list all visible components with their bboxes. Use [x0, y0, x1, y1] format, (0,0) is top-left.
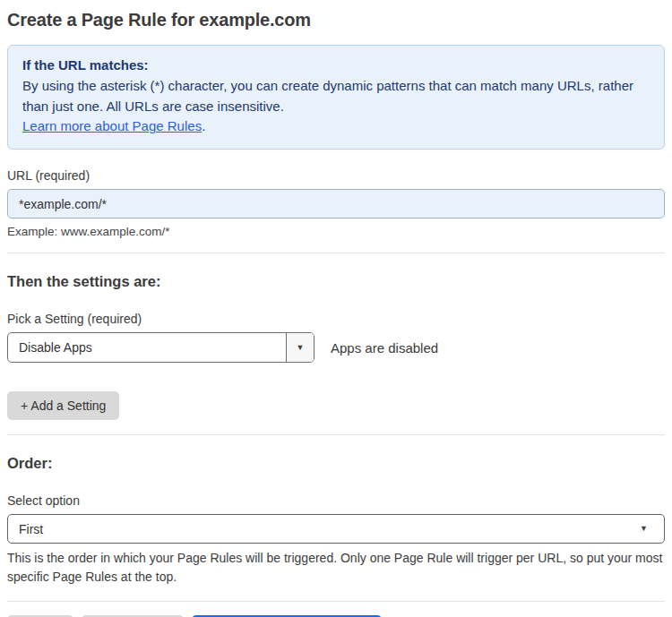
setting-row: Disable Apps ▼ Apps are disabled — [7, 332, 665, 363]
url-helper-text: Example: www.example.com/* — [7, 225, 665, 238]
chevron-down-icon: ▼ — [297, 344, 305, 352]
divider — [7, 601, 665, 602]
info-box-heading: If the URL matches: — [22, 56, 650, 76]
url-label: URL (required) — [7, 168, 665, 183]
link-period-text: . — [202, 118, 205, 133]
page-title: Create a Page Rule for example.com — [7, 10, 665, 30]
info-link-line: Learn more about Page Rules. — [22, 116, 650, 137]
divider — [7, 434, 665, 435]
setting-dropdown[interactable]: Disable Apps ▼ — [7, 332, 314, 363]
add-setting-button[interactable]: + Add a Setting — [7, 391, 119, 420]
select-option-label: Select option — [7, 493, 665, 508]
create-page-rule-form: Create a Page Rule for example.com If th… — [0, 10, 672, 617]
url-input[interactable] — [7, 189, 665, 219]
setting-dropdown-value: Disable Apps — [8, 340, 103, 355]
chevron-down-icon: ▼ — [640, 525, 648, 533]
divider — [7, 253, 665, 253]
pick-setting-label: Pick a Setting (required) — [7, 312, 665, 326]
order-helper-text: This is the order in which your Page Rul… — [7, 549, 663, 587]
info-box-body: By using the asterisk (*) character, you… — [22, 76, 641, 117]
url-match-info-box: If the URL matches: By using the asteris… — [7, 45, 665, 150]
setting-dropdown-arrow-button[interactable]: ▼ — [286, 333, 314, 362]
order-select[interactable]: First ▼ — [7, 514, 665, 544]
learn-more-link[interactable]: Learn more about Page Rules — [22, 118, 202, 133]
order-select-value: First — [19, 522, 43, 536]
order-section-heading: Order: — [7, 455, 665, 472]
settings-section-heading: Then the settings are: — [7, 273, 665, 290]
setting-status-text: Apps are disabled — [331, 340, 438, 356]
